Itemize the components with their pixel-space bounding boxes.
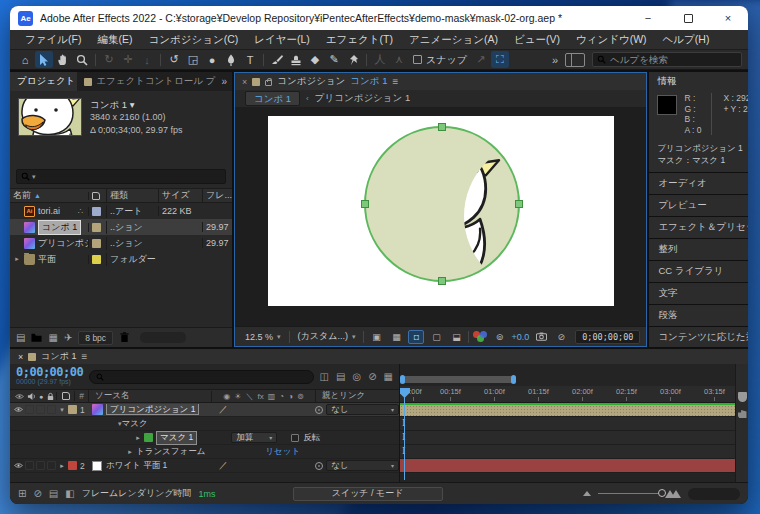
blend-mode-icon[interactable]: ⊞ (18, 488, 26, 499)
project-search-box[interactable]: ▾ (16, 169, 226, 184)
project-row-tori-ai[interactable]: Aitori.ai∴ ..アート 222 KB (10, 203, 232, 219)
new-folder-icon[interactable] (31, 332, 42, 343)
project-row-precomp1[interactable]: プリコンポジシ.. ..ション 29.97 (10, 235, 232, 251)
track-bar-white-solid[interactable] (400, 459, 735, 473)
expand-caret-icon[interactable]: ▸ (56, 462, 68, 470)
mask-group-row[interactable]: ▾マスク (10, 417, 399, 431)
close-tab-icon[interactable]: × (242, 77, 247, 87)
panel-tabs-overflow-chevron[interactable]: » (216, 72, 232, 91)
search-options-caret[interactable]: ▾ (32, 173, 36, 181)
composition-canvas-area[interactable] (235, 107, 646, 326)
panel-menu-icon[interactable]: ≡ (392, 76, 398, 87)
close-tab-icon[interactable]: × (18, 352, 23, 362)
zoom-slider-handle[interactable] (658, 489, 666, 497)
breadcrumb-current[interactable]: コンポ 1 (245, 91, 300, 106)
visibility-eye-icon[interactable] (14, 405, 23, 414)
track-matte-icon[interactable]: ▤ (49, 488, 58, 499)
comp-mini-flowchart-icon[interactable]: ◫ (320, 371, 329, 382)
new-composition-icon[interactable]: ▦ (48, 332, 57, 343)
panel-paragraph[interactable]: 段落 (649, 305, 748, 326)
column-layer-number[interactable]: # (74, 391, 88, 401)
panel-menu-icon[interactable]: ≡ (81, 351, 87, 362)
home-icon[interactable]: ⌂ (16, 51, 34, 68)
layer-name[interactable]: ホワイト 平面 1 (106, 460, 211, 472)
column-type[interactable]: 種類 (106, 189, 158, 202)
puppet-advanced-pin-icon[interactable]: 人 (371, 51, 389, 68)
panel-content-aware-fill[interactable]: コンテンツに応じた塗りつぶし (649, 327, 748, 348)
expand-bounds-icon[interactable]: ⛶ (491, 51, 509, 68)
menu-window[interactable]: ウィンドウ(W) (569, 31, 654, 49)
minimize-button[interactable]: − (628, 6, 668, 30)
quality-switch-icon[interactable]: ＼ (245, 391, 253, 402)
label-chip[interactable] (92, 239, 101, 248)
expand-caret-icon[interactable]: ▸ (132, 434, 144, 442)
collapse-switch-icon[interactable]: ☀ (234, 392, 241, 401)
audio-speaker-icon[interactable] (27, 392, 36, 401)
orbit-camera-tool-icon[interactable]: ↻ (100, 51, 118, 68)
solo-cell[interactable] (36, 461, 45, 470)
switches-modes-button[interactable]: スイッチ / モード (293, 487, 443, 501)
show-channels-icon[interactable] (473, 331, 487, 343)
preserve-underlying-icon[interactable]: ⊘ (33, 488, 41, 499)
timeline-track-area[interactable]: 0:00f 00:15f 01:00f 01:15f 02:00f 02:15f… (400, 364, 735, 482)
lock-icon[interactable] (46, 392, 55, 401)
quality-toggle[interactable]: ／ (219, 404, 228, 416)
rotation-tool-icon[interactable]: ↺ (165, 51, 183, 68)
layer-row-precomposition-1[interactable]: ▾ 1 プリコンポジション 1 ／ なし▾ (10, 403, 399, 417)
interpret-footage-icon[interactable]: ▤ (16, 332, 25, 343)
panel-effects-presets[interactable]: エフェクト＆プリセット (649, 217, 748, 238)
title-bar[interactable]: Ae Adobe After Effects 2022 - C:¥storage… (10, 6, 748, 30)
timeline-zoom-slider[interactable] (598, 493, 662, 494)
exposure-value[interactable]: +0.0 (511, 332, 529, 342)
zoom-level-select[interactable]: 12.5 %▾ (241, 332, 285, 342)
resolution-gear-icon[interactable]: ⊚ (491, 330, 507, 344)
menu-effect[interactable]: エフェクト(T) (319, 31, 400, 49)
snap-checkbox[interactable] (413, 55, 422, 64)
audio-cell[interactable] (25, 405, 34, 414)
menu-view[interactable]: ビュー(V) (507, 31, 567, 49)
shape-tool-icon[interactable]: ● (203, 51, 221, 68)
panel-align[interactable]: 整列 (649, 239, 748, 260)
panel-character[interactable]: 文字 (649, 283, 748, 304)
project-flowchart-icon[interactable]: ✈ (64, 332, 72, 343)
solo-cell[interactable] (36, 405, 45, 414)
help-search-box[interactable] (592, 52, 742, 67)
parent-pickwhip-icon[interactable] (315, 462, 323, 470)
project-row-solids-folder[interactable]: ▸平面 フォルダー (10, 251, 232, 267)
visibility-eye-icon[interactable] (14, 461, 23, 470)
mask1-row[interactable]: ▸ マスク 1 加算▾ 反転 (10, 431, 399, 445)
panel-preview[interactable]: プレビュー (649, 195, 748, 216)
expand-caret-icon[interactable]: ▸ (124, 448, 136, 456)
collapse-caret-icon[interactable]: ▾ (56, 406, 68, 414)
grid-guides-icon[interactable]: ▣ (368, 330, 384, 344)
label-tag-icon[interactable] (62, 392, 70, 400)
timeline-zoom-navigator[interactable] (402, 376, 514, 383)
snap-options-icon[interactable]: ↗ (472, 51, 490, 68)
adjustment-switch-icon[interactable]: ◑ (288, 392, 293, 401)
panel-cc-libraries[interactable]: CC ライブラリ (649, 261, 748, 282)
solo-icon[interactable]: ● (39, 393, 43, 400)
workspace-switcher-icon[interactable] (565, 53, 585, 67)
composition-canvas[interactable] (268, 116, 614, 306)
layer-row-white-solid-1[interactable]: ▸ 2 ホワイト 平面 1 ／ なし▾ (10, 459, 399, 473)
region-of-interest-icon[interactable]: ▢ (428, 330, 444, 344)
info-panel-title[interactable]: 情報 (657, 75, 676, 88)
draft-3d-icon[interactable]: ▤ (336, 371, 345, 382)
tab-project[interactable]: プロジェクト ≡ (10, 72, 77, 91)
menu-layer[interactable]: レイヤー(L) (247, 31, 317, 49)
pan-camera-tool-icon[interactable]: ✛ (119, 51, 137, 68)
type-tool-icon[interactable]: T (241, 51, 259, 68)
layer-label-chip[interactable] (68, 405, 77, 414)
shy-switch-icon[interactable]: ◉ (223, 392, 230, 401)
comp-marker-icon[interactable] (738, 392, 747, 402)
track-bar-precomposition[interactable] (400, 403, 735, 417)
show-snapshot-icon[interactable]: ⊘ (553, 330, 569, 344)
render-order-icon[interactable]: ◧ (65, 488, 74, 499)
mask-invert-checkbox[interactable] (291, 434, 299, 442)
breadcrumb-parent[interactable]: プリコンポジション 1 (315, 92, 410, 105)
fx-switch-icon[interactable]: fx (257, 392, 263, 401)
close-button[interactable]: × (708, 6, 748, 30)
brush-tool-icon[interactable] (268, 51, 286, 68)
column-label[interactable] (88, 192, 106, 200)
hide-shy-layers-icon[interactable]: ◎ (352, 371, 361, 382)
